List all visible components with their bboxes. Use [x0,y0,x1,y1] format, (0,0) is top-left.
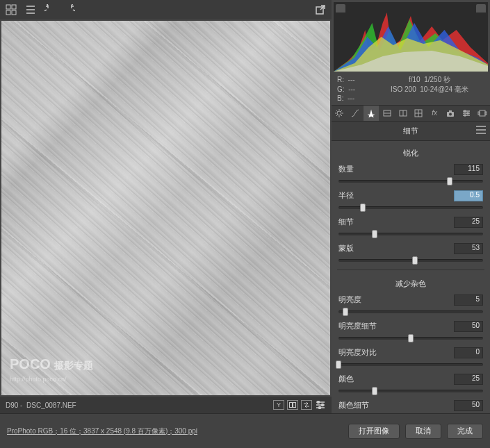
svg-rect-9 [293,403,296,408]
slider-label-color-detail: 颜色细节 [338,400,369,410]
slider-thumb-color-detail[interactable] [408,413,414,414]
slider-label-detail: 细节 [338,217,354,227]
slider-radius: 半径 0.5 [334,189,487,213]
camera-model: D90 - [6,401,22,409]
redo-icon[interactable] [64,4,75,15]
slider-track-lum[interactable] [338,307,483,317]
footer: ProPhoto RGB；16 位；3837 x 2548 (9.8 百万像素)… [0,413,490,448]
slider-label-radius: 半径 [338,190,354,201]
slider-value-lum-detail[interactable]: 50 [454,321,483,332]
slider-track-amount[interactable] [338,176,483,186]
slider-value-color[interactable]: 25 [454,374,483,385]
tab-hsl[interactable] [379,106,395,121]
cancel-button[interactable]: 取消 [405,424,441,439]
grid-icon[interactable] [6,4,17,15]
info-readout: R: --- G: --- B: --- f/10 1/250 秒 ISO 20… [332,74,490,105]
svg-point-30 [464,110,466,112]
svg-point-15 [319,407,321,409]
slider-thumb-amount[interactable] [447,177,452,185]
slider-track-radius[interactable] [338,203,483,213]
slider-value-lum[interactable]: 5 [454,294,483,306]
slider-value-amount[interactable]: 115 [454,164,483,175]
tab-detail[interactable] [364,106,379,121]
slider-label-lum-contrast: 明亮度对比 [338,347,377,358]
slider-label-lum-detail: 明亮度细节 [338,321,377,331]
slider-thumb-lum[interactable] [343,308,348,316]
slider-track-lum-contrast[interactable] [338,360,483,370]
slider-track-color-detail[interactable] [338,413,483,414]
slider-color: 颜色 25 [334,372,487,396]
slider-lum-detail: 明亮度细节 50 [334,320,487,343]
slider-track-mask[interactable] [338,256,483,265]
svg-rect-0 [6,5,10,9]
swap-icon[interactable] [301,400,312,410]
slider-label-lum: 明亮度 [338,294,361,305]
y-channel-icon[interactable]: Y [273,400,284,410]
svg-point-16 [337,111,341,115]
tab-camera[interactable] [443,106,459,121]
slider-thumb-lum-contrast[interactable] [336,360,341,369]
slider-thumb-color[interactable] [372,387,377,395]
slider-track-lum-detail[interactable] [338,333,483,343]
slider-value-color-detail[interactable]: 50 [454,400,483,411]
file-name: DSC_0087.NEF [26,401,76,409]
slider-track-detail[interactable] [338,229,483,239]
slider-thumb-lum-detail[interactable] [408,334,414,342]
slider-value-lum-contrast[interactable]: 0 [454,347,483,358]
noise-title: 减少杂色 [334,274,487,293]
slider-thumb-mask[interactable] [412,256,418,265]
slider-detail: 细节 25 [334,215,487,239]
panel-title: 细节 [332,122,490,141]
preview-toolbar [0,0,332,19]
slider-track-color[interactable] [338,386,483,396]
slider-value-mask[interactable]: 53 [454,243,483,254]
watermark-brand: POCO [10,356,51,372]
svg-rect-8 [290,403,293,408]
slider-value-detail[interactable]: 25 [454,217,483,228]
tab-snapshot[interactable] [474,106,490,121]
svg-rect-33 [480,110,485,116]
list-icon[interactable] [25,4,36,15]
svg-rect-34 [478,112,480,115]
export-icon[interactable] [315,4,326,15]
slider-thumb-radius[interactable] [360,204,366,212]
watermark: POCO 摄影专题 http://photo.poco.cn/ [10,358,93,383]
file-info-link[interactable]: ProPhoto RGB；16 位；3837 x 2548 (9.8 百万像素)… [7,426,197,436]
slider-label-color: 颜色 [338,374,354,384]
done-button[interactable]: 完成 [447,424,483,439]
compare-icon[interactable] [287,400,298,410]
right-panel: R: --- G: --- B: --- f/10 1/250 秒 ISO 20… [332,0,490,413]
slider-value-radius[interactable]: 0.5 [454,190,483,201]
panel-tabs: fx [332,105,490,122]
watermark-url: http://photo.poco.cn/ [10,376,67,383]
svg-rect-25 [449,110,452,112]
slider-lum: 明亮度 5 [334,293,487,317]
svg-point-14 [322,404,324,406]
slider-label-amount: 数量 [338,164,354,174]
image-preview[interactable]: POCO 摄影专题 http://photo.poco.cn/ [1,21,330,395]
tab-basic[interactable] [332,106,348,121]
histogram[interactable] [334,2,488,72]
svg-rect-35 [485,112,487,115]
svg-point-31 [467,113,468,114]
svg-rect-2 [6,10,10,15]
open-image-button[interactable]: 打开图像 [348,424,400,439]
tab-curve[interactable] [348,106,364,121]
slider-label-mask: 蒙版 [338,243,354,254]
tab-fx[interactable]: fx [427,106,443,121]
slider-amount: 数量 115 [334,163,487,186]
tab-preset[interactable] [458,106,474,121]
svg-rect-3 [12,10,16,15]
svg-point-13 [318,401,320,404]
undo-icon[interactable] [44,4,56,15]
tab-lens[interactable] [411,106,427,121]
file-meta-bar: D90 - DSC_0087.NEF Y [0,397,332,413]
svg-rect-1 [12,5,16,9]
svg-point-26 [449,113,452,115]
panel-menu-icon[interactable] [476,126,486,134]
slider-thumb-detail[interactable] [372,230,377,238]
sliders-icon[interactable] [315,400,326,410]
watermark-sub1: 摄影专题 [54,360,93,371]
tab-split[interactable] [395,106,411,121]
slider-mask: 蒙版 53 [334,242,487,265]
